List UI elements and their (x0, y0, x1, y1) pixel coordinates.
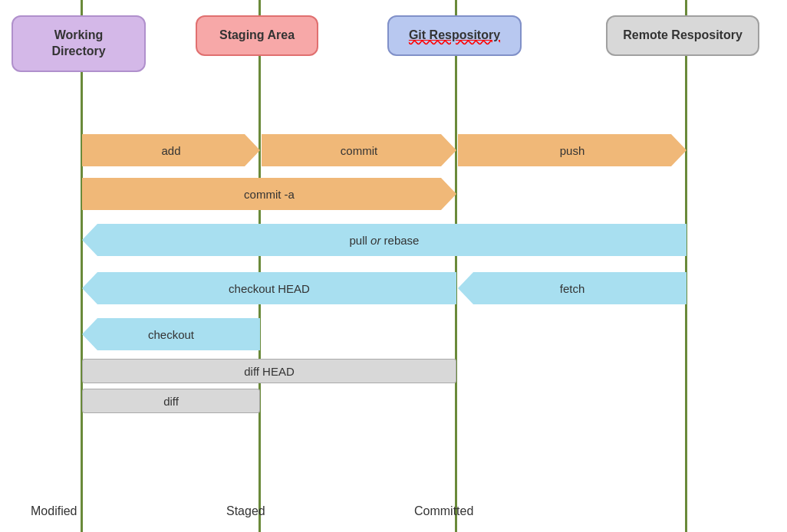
arrow-commit-a: commit -a (82, 178, 456, 210)
label-modified: Modified (31, 504, 77, 518)
diff-bar: diff (82, 389, 260, 413)
arrow-checkout-head: checkout HEAD (82, 272, 456, 304)
vline-git (455, 0, 457, 532)
box-remote: Remote Respository (606, 15, 759, 56)
arrow-commit: commit (262, 134, 456, 166)
diff-head-bar: diff HEAD (82, 359, 456, 383)
box-git: Git Respository (387, 15, 522, 56)
label-staged: Staged (226, 504, 265, 518)
arrow-pull-rebase: pull or rebase (82, 224, 687, 256)
arrow-checkout: checkout (82, 318, 260, 350)
arrow-add: add (82, 134, 260, 166)
box-working: Working Directory (12, 15, 146, 72)
arrow-push: push (458, 134, 687, 166)
git-workflow-diagram: Working Directory Staging Area Git Respo… (0, 0, 787, 532)
arrow-fetch: fetch (458, 272, 687, 304)
box-staging: Staging Area (196, 15, 318, 56)
vline-staging (258, 0, 261, 532)
vline-remote (685, 0, 687, 532)
vline-working (81, 0, 83, 532)
label-committed: Committed (414, 504, 473, 518)
